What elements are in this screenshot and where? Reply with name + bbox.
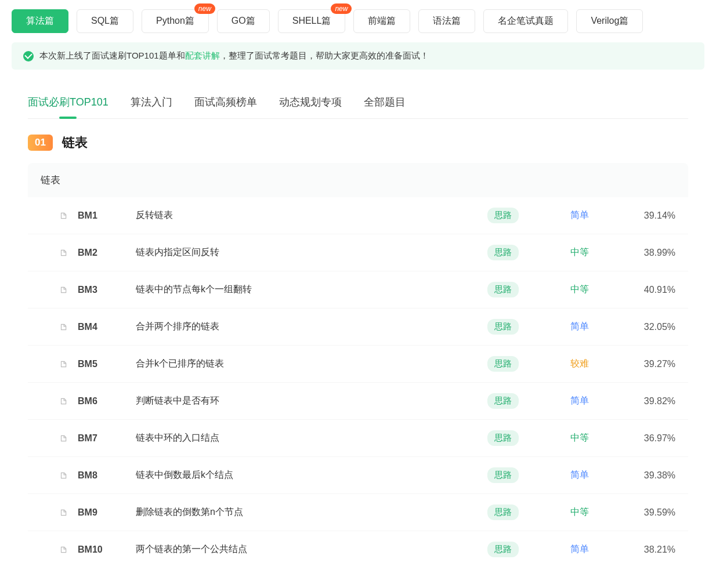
subnav-item[interactable]: 面试必刷TOP101: [28, 93, 109, 118]
notice-link[interactable]: 配套讲解: [185, 50, 220, 60]
category-tab[interactable]: 前端篇: [353, 9, 410, 33]
problem-code: BM8: [78, 470, 136, 481]
subnav-item[interactable]: 全部题目: [364, 93, 406, 118]
problem-row[interactable]: BM6判断链表中是否有环思路简单39.82%: [28, 382, 688, 419]
subnav-item[interactable]: 面试高频榜单: [194, 93, 257, 118]
difficulty-label: 简单: [559, 543, 600, 556]
pass-rate: 38.21%: [629, 545, 675, 555]
problem-group: 链表 BM1反转链表思路简单39.14%BM2链表内指定区间反转思路中等38.9…: [28, 163, 688, 568]
hint-button[interactable]: 思路: [487, 208, 519, 223]
problem-list: BM1反转链表思路简单39.14%BM2链表内指定区间反转思路中等38.99%B…: [28, 197, 688, 568]
hint-button[interactable]: 思路: [487, 467, 519, 483]
hint-button[interactable]: 思路: [487, 504, 519, 520]
problem-title: 链表中的节点每k个一组翻转: [136, 284, 487, 296]
category-tab[interactable]: SQL篇: [77, 9, 133, 33]
notice-bar: 本次新上线了面试速刷TOP101题单和配套讲解，整理了面试常考题目，帮助大家更高…: [12, 42, 704, 70]
problem-title: 两个链表的第一个公共结点: [136, 543, 487, 556]
difficulty-label: 简单: [559, 395, 600, 407]
problem-row[interactable]: BM7链表中环的入口结点思路中等36.97%: [28, 419, 688, 456]
document-icon: [56, 360, 71, 368]
notice-text-pre: 本次新上线了面试速刷TOP101题单和: [39, 50, 185, 60]
hint-button[interactable]: 思路: [487, 393, 519, 409]
problem-row[interactable]: BM9删除链表的倒数第n个节点思路中等39.59%: [28, 493, 688, 531]
problem-code: BM2: [78, 248, 136, 258]
hint-button[interactable]: 思路: [487, 282, 519, 297]
pass-rate: 39.38%: [629, 470, 675, 481]
problem-code: BM4: [78, 322, 136, 332]
problem-code: BM6: [78, 396, 136, 406]
check-circle-icon: [23, 51, 34, 61]
section-title: 链表: [62, 134, 88, 151]
group-title: 链表: [28, 163, 688, 197]
category-tab[interactable]: GO篇: [217, 9, 270, 33]
subnav-item[interactable]: 算法入门: [131, 93, 172, 118]
problem-row[interactable]: BM5合并k个已排序的链表思路较难39.27%: [28, 345, 688, 382]
difficulty-label: 中等: [559, 284, 600, 296]
section-header: 01 链表: [28, 134, 688, 151]
problem-row[interactable]: BM10两个链表的第一个公共结点思路简单38.21%: [28, 531, 688, 568]
notice-text-post: ，整理了面试常考题目，帮助大家更高效的准备面试！: [220, 50, 429, 60]
difficulty-label: 中等: [559, 246, 600, 259]
problem-code: BM7: [78, 433, 136, 444]
problem-title: 判断链表中是否有环: [136, 395, 487, 407]
main-card: 面试必刷TOP101算法入门面试高频榜单动态规划专项全部题目 01 链表 链表 …: [12, 80, 704, 568]
problem-code: BM9: [78, 507, 136, 518]
difficulty-label: 简单: [559, 321, 600, 333]
problem-code: BM10: [78, 545, 136, 555]
hint-button[interactable]: 思路: [487, 356, 519, 372]
pass-rate: 38.99%: [629, 248, 675, 258]
document-icon: [56, 509, 71, 517]
category-tab[interactable]: Verilog篇: [576, 9, 643, 33]
document-icon: [56, 434, 71, 442]
category-tab[interactable]: 语法篇: [418, 9, 475, 33]
pass-rate: 40.91%: [629, 285, 675, 295]
document-icon: [56, 323, 71, 331]
difficulty-label: 较难: [559, 358, 600, 370]
pass-rate: 39.27%: [629, 359, 675, 369]
problem-row[interactable]: BM1反转链表思路简单39.14%: [28, 197, 688, 234]
problem-row[interactable]: BM4合并两个排序的链表思路简单32.05%: [28, 308, 688, 345]
problem-title: 删除链表的倒数第n个节点: [136, 506, 487, 518]
pass-rate: 36.97%: [629, 433, 675, 444]
hint-button[interactable]: 思路: [487, 319, 519, 335]
pass-rate: 39.14%: [629, 210, 675, 221]
hint-button[interactable]: 思路: [487, 245, 519, 260]
problem-row[interactable]: BM2链表内指定区间反转思路中等38.99%: [28, 234, 688, 271]
sub-nav: 面试必刷TOP101算法入门面试高频榜单动态规划专项全部题目: [28, 93, 688, 119]
section-number-badge: 01: [28, 135, 53, 151]
difficulty-label: 简单: [559, 469, 600, 481]
problem-title: 链表中倒数最后k个结点: [136, 469, 487, 481]
problem-code: BM1: [78, 210, 136, 221]
difficulty-label: 中等: [559, 432, 600, 444]
pass-rate: 32.05%: [629, 322, 675, 332]
document-icon: [56, 546, 71, 554]
pass-rate: 39.59%: [629, 507, 675, 518]
problem-code: BM3: [78, 285, 136, 295]
hint-button[interactable]: 思路: [487, 542, 519, 557]
difficulty-label: 简单: [559, 209, 600, 222]
problem-row[interactable]: BM8链表中倒数最后k个结点思路简单39.38%: [28, 456, 688, 493]
hint-button[interactable]: 思路: [487, 430, 519, 446]
problem-title: 链表内指定区间反转: [136, 246, 487, 259]
document-icon: [56, 286, 71, 294]
category-tabs: 算法篇SQL篇Python篇newGO篇SHELL篇new前端篇语法篇名企笔试真…: [0, 0, 716, 42]
problem-row[interactable]: BM3链表中的节点每k个一组翻转思路中等40.91%: [28, 271, 688, 308]
problem-title: 链表中环的入口结点: [136, 432, 487, 444]
document-icon: [56, 212, 71, 220]
document-icon: [56, 397, 71, 405]
new-badge: new: [194, 3, 215, 14]
problem-title: 合并两个排序的链表: [136, 321, 487, 333]
document-icon: [56, 471, 71, 480]
notice-text: 本次新上线了面试速刷TOP101题单和配套讲解，整理了面试常考题目，帮助大家更高…: [39, 50, 429, 61]
problem-code: BM5: [78, 359, 136, 369]
new-badge: new: [331, 3, 352, 14]
category-tab[interactable]: SHELL篇new: [278, 9, 346, 33]
document-icon: [56, 249, 71, 257]
category-tab[interactable]: 算法篇: [12, 9, 68, 33]
category-tab[interactable]: 名企笔试真题: [483, 9, 568, 33]
difficulty-label: 中等: [559, 506, 600, 518]
pass-rate: 39.82%: [629, 396, 675, 406]
problem-title: 合并k个已排序的链表: [136, 358, 487, 370]
category-tab[interactable]: Python篇new: [142, 9, 209, 33]
subnav-item[interactable]: 动态规划专项: [279, 93, 342, 118]
